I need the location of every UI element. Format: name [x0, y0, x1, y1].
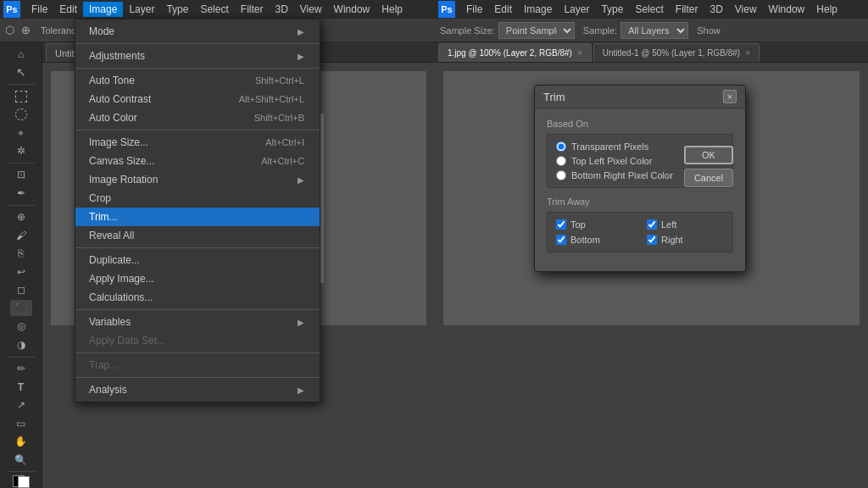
menu-3d[interactable]: 3D	[269, 2, 293, 17]
tool-type[interactable]: T	[10, 379, 32, 396]
tool-eraser[interactable]: ◻	[10, 281, 32, 298]
shortcut-image-size: Alt+Ctrl+I	[265, 137, 304, 147]
menu2-layer[interactable]: Layer	[558, 2, 595, 17]
sample-size-select[interactable]: Point Sample	[498, 22, 575, 39]
menu-layer[interactable]: Layer	[123, 2, 160, 17]
menu-item-adjustments[interactable]: Adjustments ▶	[75, 47, 320, 65]
menu2-select[interactable]: Select	[629, 2, 669, 17]
menu-item-mode[interactable]: Mode ▶	[75, 22, 320, 41]
tool-crop[interactable]: ⊡	[10, 167, 32, 184]
menu-item-trim[interactable]: Trim...	[75, 208, 320, 226]
checkbox-bottom-input[interactable]	[556, 235, 566, 245]
menu-select[interactable]: Select	[194, 2, 234, 17]
menu2-file[interactable]: File	[460, 2, 488, 17]
menu-item-analysis[interactable]: Analysis ▶	[75, 380, 320, 399]
tab-1jpg[interactable]: 1.jpg @ 100% (Layer 2, RGB/8#) ×	[438, 43, 592, 62]
checkbox-top-input[interactable]	[556, 219, 566, 230]
tool-zoom[interactable]: 🔍	[10, 452, 32, 469]
color-swatches[interactable]	[13, 475, 30, 488]
checkbox-left-input[interactable]	[647, 219, 657, 230]
tool-dodge[interactable]: ◑	[10, 336, 32, 353]
menu-item-apply-image[interactable]: Apply Image...	[75, 269, 320, 288]
background-swatch[interactable]	[18, 476, 30, 488]
menu2-filter[interactable]: Filter	[670, 2, 704, 17]
menu-image[interactable]: Image	[83, 2, 123, 17]
tool-path-select[interactable]: ↗	[10, 396, 32, 413]
tool-eyedropper[interactable]: ✒	[10, 185, 32, 202]
cancel-button[interactable]: Cancel	[684, 169, 733, 187]
shortcut-canvas-size: Alt+Ctrl+C	[261, 156, 304, 166]
menu-item-duplicate[interactable]: Duplicate...	[75, 251, 320, 269]
tool-clone[interactable]: ⎘	[10, 245, 32, 262]
menu-file[interactable]: File	[25, 2, 53, 17]
menu-item-image-size[interactable]: Image Size... Alt+Ctrl+I	[75, 133, 320, 152]
menu-window[interactable]: Window	[328, 2, 376, 17]
checkbox-right-label: Right	[661, 235, 683, 245]
radio-top-left-pixel-input[interactable]	[556, 156, 566, 166]
radio-bottom-right-pixel-label: Bottom Right Pixel Color	[571, 170, 673, 180]
tool-history-brush[interactable]: ↩	[10, 263, 32, 280]
menu-item-variables[interactable]: Variables ▶	[75, 313, 320, 331]
trim-dialog: Trim × OK Cancel Based On Transparent Pi…	[534, 85, 746, 272]
tool-shape[interactable]: ▭	[10, 415, 32, 432]
checkbox-left[interactable]: Left	[647, 219, 724, 230]
checkbox-right-input[interactable]	[647, 235, 657, 245]
radio-bottom-right-pixel-input[interactable]	[556, 170, 566, 180]
menu-item-calculations[interactable]: Calculations...	[75, 288, 320, 307]
tab-close-untitled1-right[interactable]: ×	[745, 48, 750, 58]
tool-marquee-ellipse[interactable]	[10, 106, 32, 123]
dialog-close-button[interactable]: ×	[723, 90, 737, 103]
tool-home[interactable]: ⌂	[10, 46, 32, 63]
separator-7	[75, 377, 320, 378]
radio-transparent-pixels-input[interactable]	[556, 141, 566, 152]
menu2-type[interactable]: Type	[595, 2, 629, 17]
tab-untitled1-right[interactable]: Untitled-1 @ 50% (Layer 1, RGB/8#) ×	[593, 43, 760, 62]
menu-item-auto-tone[interactable]: Auto Tone Shift+Ctrl+L	[75, 71, 320, 90]
tool-lasso[interactable]: ⌖	[10, 125, 32, 141]
tool-marquee-rect[interactable]	[10, 88, 32, 105]
menubar-right: Ps File Edit Image Layer Type Select Fil…	[435, 0, 868, 19]
tool-hand-pointer[interactable]: ↖	[10, 64, 32, 81]
menu-item-crop[interactable]: Crop	[75, 189, 320, 208]
menu-help[interactable]: Help	[376, 2, 409, 17]
left-toolpanel: ⌂ ↖ ⌖ ✲ ⊡ ✒ ⊕ 🖌 ⎘ ↩ ◻ ⬛ ◎ ◑ ✏ T ↗ ▭ ✋ 🔍	[0, 42, 42, 488]
menu-item-canvas-size[interactable]: Canvas Size... Alt+Ctrl+C	[75, 152, 320, 170]
menu-view[interactable]: View	[294, 2, 328, 17]
tool-blur[interactable]: ◎	[10, 318, 32, 335]
menu-edit[interactable]: Edit	[53, 2, 83, 17]
separator-5	[75, 309, 320, 310]
tool-brush[interactable]: 🖌	[10, 227, 32, 244]
menu-item-reveal-all[interactable]: Reveal All	[75, 226, 320, 245]
divider-4	[8, 357, 35, 358]
menu2-help[interactable]: Help	[810, 2, 843, 17]
checkbox-right[interactable]: Right	[647, 235, 724, 245]
menu-item-auto-contrast[interactable]: Auto Contrast Alt+Shift+Ctrl+L	[75, 90, 320, 108]
menu2-edit[interactable]: Edit	[488, 2, 518, 17]
menu-type[interactable]: Type	[160, 2, 194, 17]
menu-filter[interactable]: Filter	[235, 2, 270, 17]
menu2-image[interactable]: Image	[518, 2, 558, 17]
menu-item-auto-color[interactable]: Auto Color Shift+Ctrl+B	[75, 108, 320, 127]
tool-navigate[interactable]: ✋	[10, 433, 32, 450]
menu2-3d[interactable]: 3D	[704, 2, 728, 17]
dialog-titlebar: Trim ×	[535, 86, 745, 108]
separator-1	[75, 43, 320, 44]
menu-item-image-rotation[interactable]: Image Rotation ▶	[75, 170, 320, 189]
separator-6	[75, 352, 320, 353]
menu2-window[interactable]: Window	[763, 2, 811, 17]
tool-magic-wand[interactable]: ✲	[10, 142, 32, 159]
tab-close-1jpg[interactable]: ×	[577, 48, 582, 58]
based-on-label: Based On	[547, 119, 733, 129]
checkbox-bottom[interactable]: Bottom	[556, 235, 633, 245]
ok-button[interactable]: OK	[684, 146, 733, 164]
shortcut-auto-color: Shift+Ctrl+B	[254, 113, 304, 123]
separator-2	[75, 68, 320, 69]
sample-size-label: Sample Size:	[440, 25, 495, 36]
tool-pen[interactable]: ✏	[10, 360, 32, 377]
sample-select[interactable]: All Layers	[620, 22, 688, 39]
tool-paint-bucket[interactable]: ⬛	[10, 300, 32, 317]
checkbox-top-label: Top	[570, 219, 586, 230]
menu2-view[interactable]: View	[729, 2, 763, 17]
tool-spot-heal[interactable]: ⊕	[10, 208, 32, 225]
checkbox-top[interactable]: Top	[556, 219, 633, 230]
